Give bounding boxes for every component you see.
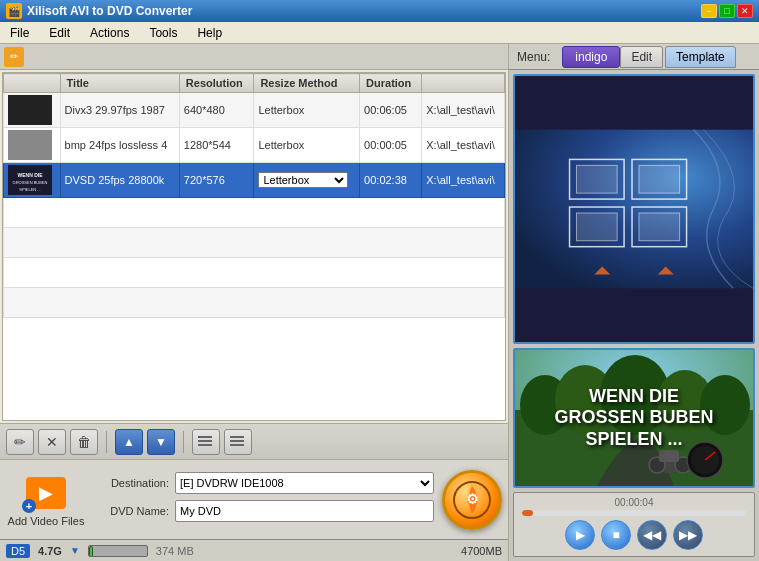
title-bar: 🎬 Xilisoft AVI to DVD Converter − □ ✕ xyxy=(0,0,759,22)
play-icon: ▶ xyxy=(39,482,53,504)
file-table: Title Resolution Resize Method Duration … xyxy=(2,72,506,421)
cell-path: X:\all_test\avi\ xyxy=(422,93,505,128)
playback-time: 00:00:04 xyxy=(518,495,750,510)
status-bar: D5 4.7G ▼ 374 MB 4700MB xyxy=(0,539,508,561)
indigo-tab[interactable]: indigo xyxy=(562,46,620,68)
overlay-line2: GROSSEN BUBEN xyxy=(554,407,713,429)
svg-rect-22 xyxy=(639,213,680,241)
add-files-area: ▶ + Add Video Files Destination: [E] DVD… xyxy=(0,459,508,539)
svg-rect-7 xyxy=(198,436,200,438)
menu-label: Menu: xyxy=(509,50,558,64)
menu-edit[interactable]: Edit xyxy=(43,24,76,42)
menu-tools[interactable]: Tools xyxy=(143,24,183,42)
col-resize[interactable]: Resize Method xyxy=(254,74,360,93)
cell-resolution: 720*576 xyxy=(179,163,254,198)
cell-resize: Letterbox xyxy=(254,128,360,163)
table-row xyxy=(4,258,505,288)
svg-text:GROSSEN BUBEN: GROSSEN BUBEN xyxy=(13,180,48,185)
svg-text:⚙: ⚙ xyxy=(466,491,479,507)
cell-duration: 00:02:38 xyxy=(360,163,422,198)
used-mb: 374 MB xyxy=(156,545,194,557)
col-title[interactable]: Title xyxy=(60,74,179,93)
usage-fill xyxy=(89,546,94,557)
move-down-button[interactable]: ▼ xyxy=(147,429,175,455)
cell-path: X:\all_test\avi\ xyxy=(422,163,505,198)
overlay-line1: WENN DIE xyxy=(554,386,713,408)
disc-size: 4.7G xyxy=(38,545,62,557)
dvdname-input[interactable] xyxy=(175,500,434,522)
cell-title: Divx3 29.97fps 1987 xyxy=(60,93,179,128)
svg-text:SPIELEN ...: SPIELEN ... xyxy=(19,187,40,192)
playback-controls: ▶ ■ ◀◀ ▶▶ xyxy=(518,516,750,554)
cell-resolution: 640*480 xyxy=(179,93,254,128)
table-row[interactable]: WENN DIE GROSSEN BUBEN SPIELEN ... DVSD … xyxy=(4,163,505,198)
status-arrow-icon: ▼ xyxy=(70,545,80,556)
add-label: Add Video Files xyxy=(8,515,85,527)
svg-rect-5 xyxy=(198,440,212,442)
dvdname-label: DVD Name: xyxy=(94,505,169,517)
play-button[interactable]: ▶ xyxy=(565,520,595,550)
table-row xyxy=(4,288,505,318)
destination-label: Destination: xyxy=(94,477,169,489)
edit-icon: ✏ xyxy=(4,47,24,67)
minimize-button[interactable]: − xyxy=(701,4,717,18)
cell-duration: 00:00:05 xyxy=(360,128,422,163)
playback-area: 00:00:04 ▶ ■ ◀◀ ▶▶ xyxy=(513,492,755,557)
burn-button[interactable]: ⚙ xyxy=(442,470,502,530)
svg-text:WENN DIE: WENN DIE xyxy=(18,172,44,178)
table-row xyxy=(4,198,505,228)
right-tabs: Menu: indigo Edit Template xyxy=(509,44,759,70)
menu-preview-svg xyxy=(515,129,753,289)
cell-resolution: 1280*544 xyxy=(179,128,254,163)
destination-select[interactable]: [E] DVDRW IDE1008 [C] Local Disk [D] Loc… xyxy=(175,472,434,494)
edit-button[interactable]: ✏ xyxy=(6,429,34,455)
menu-bar: File Edit Actions Tools Help xyxy=(0,22,759,44)
menu-help[interactable]: Help xyxy=(191,24,228,42)
right-panel: Menu: indigo Edit Template xyxy=(509,44,759,561)
stop-button[interactable]: ■ xyxy=(601,520,631,550)
close-button[interactable]: ✕ xyxy=(737,4,753,18)
col-duration[interactable]: Duration xyxy=(360,74,422,93)
table-row[interactable]: bmp 24fps lossless 4 1280*544 Letterbox … xyxy=(4,128,505,163)
right-preview: WENN DIE GROSSEN BUBEN SPIELEN ... 00:00… xyxy=(509,70,759,561)
move-up-button[interactable]: ▲ xyxy=(115,429,143,455)
cell-path: X:\all_test\avi\ xyxy=(422,128,505,163)
separator xyxy=(106,431,107,453)
maximize-button[interactable]: □ xyxy=(719,4,735,18)
add-video-files-button[interactable]: ▶ + Add Video Files xyxy=(6,466,86,534)
edit-tab[interactable]: Edit xyxy=(620,46,663,68)
cell-resize: Letterbox Pan & Scan Full Screen xyxy=(254,163,360,198)
svg-rect-35 xyxy=(659,450,679,462)
thumbnail xyxy=(8,95,52,125)
bottom-toolbar: ✏ ✕ 🗑 ▲ ▼ xyxy=(0,423,508,459)
thumbnail xyxy=(8,130,52,160)
thumbnail: WENN DIE GROSSEN BUBEN SPIELEN ... xyxy=(8,165,52,195)
col-thumb xyxy=(4,74,61,93)
main-layout: ✏ Title Resolution Resize Method Duratio… xyxy=(0,44,759,561)
menu-file[interactable]: File xyxy=(4,24,35,42)
menu-actions[interactable]: Actions xyxy=(84,24,135,42)
app-icon: 🎬 xyxy=(6,3,22,19)
col-resolution[interactable]: Resolution xyxy=(179,74,254,93)
cell-resize: Letterbox xyxy=(254,93,360,128)
left-panel: ✏ Title Resolution Resize Method Duratio… xyxy=(0,44,509,561)
next-button[interactable]: ▶▶ xyxy=(673,520,703,550)
prev-button[interactable]: ◀◀ xyxy=(637,520,667,550)
destination-area: Destination: [E] DVDRW IDE1008 [C] Local… xyxy=(86,472,442,528)
table-row xyxy=(4,228,505,258)
trash-button[interactable]: 🗑 xyxy=(70,429,98,455)
app-title: Xilisoft AVI to DVD Converter xyxy=(27,4,192,18)
svg-rect-9 xyxy=(230,440,244,442)
col-path xyxy=(422,74,505,93)
svg-rect-8 xyxy=(230,436,244,438)
list-view-button[interactable] xyxy=(192,429,220,455)
detail-view-button[interactable] xyxy=(224,429,252,455)
resize-dropdown[interactable]: Letterbox Pan & Scan Full Screen xyxy=(258,172,348,188)
delete-button[interactable]: ✕ xyxy=(38,429,66,455)
svg-rect-21 xyxy=(576,213,617,241)
video-preview: WENN DIE GROSSEN BUBEN SPIELEN ... xyxy=(513,348,755,488)
table-row[interactable]: Divx3 29.97fps 1987 640*480 Letterbox 00… xyxy=(4,93,505,128)
svg-rect-19 xyxy=(576,165,617,193)
template-tab[interactable]: Template xyxy=(665,46,736,68)
svg-rect-20 xyxy=(639,165,680,193)
